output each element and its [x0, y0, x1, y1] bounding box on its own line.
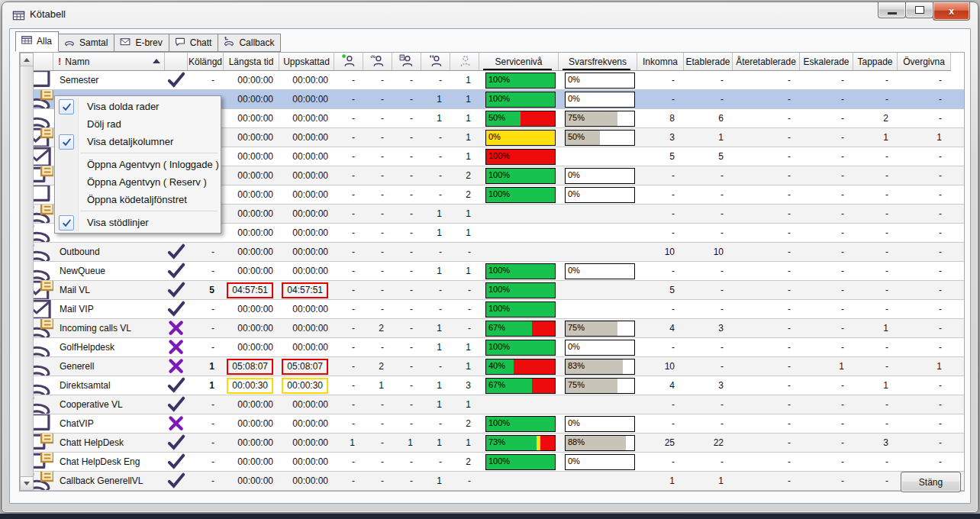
queue-row-mail-vl[interactable]: Mail VL504:57:5104:57:51-----100%5-----: [20, 281, 964, 300]
tab-e-brev[interactable]: E-brev: [114, 34, 169, 52]
note-addon: [41, 90, 53, 99]
answer-rate-cell: 0%: [559, 185, 637, 204]
queue-row-mail-vip[interactable]: Mail VIP-00:00:0000:00:00-----100%------: [20, 300, 964, 319]
queue-row-callback-generellvl[interactable]: Callback GenerellVL-00:00:0000:00:00---1…: [20, 472, 964, 491]
queue-row-newqueue[interactable]: NewQueue-00:00:0000:00:00---11100%0%----…: [20, 262, 964, 281]
column-person-available[interactable]: [334, 53, 363, 70]
time-alert-box: 04:57:51: [282, 282, 328, 298]
column-person-wrapup[interactable]: [392, 53, 421, 70]
stat-inkomna: 8: [637, 109, 684, 127]
stat-tappade: -: [853, 90, 898, 108]
answer-rate-cell: 88%: [559, 434, 637, 452]
titlebar[interactable]: Kötabell x: [2, 2, 978, 27]
column-etablerade[interactable]: Etablerade: [684, 53, 733, 70]
service-level-bar: 73%: [485, 435, 556, 451]
column-langsta-tid[interactable]: Längsta tid: [224, 53, 279, 70]
time-alert-box: 04:57:51: [227, 282, 273, 298]
menu-item-visa-detaljkolumner[interactable]: Visa detaljkolumner: [55, 133, 221, 150]
tab-chatt[interactable]: Chatt: [169, 34, 219, 52]
close-window-button[interactable]: x: [933, 2, 970, 21]
agent-count-5: 1: [450, 434, 479, 452]
stat-ateretablerade: -: [733, 319, 800, 337]
agent-count-1: -: [334, 281, 363, 299]
queue-name: Mail VL: [53, 281, 165, 299]
answer-rate-cell: 50%: [559, 128, 637, 147]
check-icon: [165, 281, 188, 299]
stat-overgivna: -: [898, 185, 951, 204]
stat-eskalerade: -: [800, 71, 853, 89]
agent-count-1: -: [334, 109, 363, 127]
service-level-cell: [479, 205, 559, 223]
queue-row-chatt-helpdesk[interactable]: Chatt HelpDesk-00:00:0000:00:001-11173%8…: [20, 434, 964, 453]
agent-count-1: -: [334, 338, 363, 356]
stat-eskalerade: -: [800, 128, 853, 147]
close-dialog-button[interactable]: Stäng: [901, 472, 961, 492]
stat-tappade: -: [853, 300, 898, 318]
agent-count-3: -: [392, 262, 421, 280]
column-label: Namn: [65, 56, 89, 67]
agent-count-2: -: [363, 205, 392, 223]
stat-overgivna: -: [898, 224, 951, 242]
column-återetablerade[interactable]: Återetablerade: [733, 53, 800, 70]
scroll-down-button[interactable]: [20, 476, 34, 491]
column-kolangd[interactable]: Kölängd: [188, 53, 224, 70]
column-eskalerade[interactable]: Eskalerade: [800, 53, 853, 70]
queue-length: 1: [188, 376, 224, 395]
stat-inkomna: 3: [637, 128, 684, 147]
scrollbar-thumb[interactable]: [20, 66, 34, 478]
column-svarsfrekvens[interactable]: Svarsfrekvens: [559, 53, 637, 70]
menu-item-öppna-agentvyn-reserv[interactable]: Öppna Agentvyn ( Reserv ): [55, 173, 221, 191]
column-servicelevel[interactable]: Servicenivå: [479, 53, 559, 70]
queue-row-direktsamtal[interactable]: Direktsamtal100:00:3000:00:30-1-1367%75%…: [20, 376, 964, 395]
column-check[interactable]: [165, 53, 188, 70]
menu-item-öppna-agentvyn-inloggade[interactable]: Öppna Agentvyn ( Inloggade ): [55, 156, 221, 173]
menu-item-dölj-rad[interactable]: Dölj rad: [55, 115, 221, 133]
tab-alla[interactable]: Alla: [15, 31, 59, 52]
answer-rate-value: 83%: [568, 361, 585, 370]
stat-overgivna: -: [898, 90, 951, 108]
column-namn[interactable]: !Namn: [53, 53, 165, 70]
stat-overgivna: 1: [898, 128, 951, 147]
tab-samtal[interactable]: Samtal: [58, 34, 114, 52]
cross-icon: [165, 414, 188, 433]
queue-row-chatvip[interactable]: ChatVIP-00:00:0000:00:00----2100%0%-----…: [20, 414, 964, 434]
queue-row-golfhelpdesk[interactable]: GolfHelpdesk-00:00:0000:00:00---11100%0%…: [20, 338, 964, 357]
column-övergivna[interactable]: Övergivna: [898, 53, 951, 70]
queue-row-generell[interactable]: Generell105:08:0705:08:07-2--140%83%10--…: [20, 357, 964, 376]
queue-row-chat-helpdesk-eng[interactable]: Chat HelpDesk Eng-00:00:0000:00:00----21…: [20, 453, 964, 472]
column-person-reserved[interactable]: [450, 53, 479, 70]
answer-rate-bar: 0%: [565, 168, 635, 184]
stat-eskalerade: -: [800, 453, 853, 471]
menu-item-visa-stödlinjer[interactable]: Visa stödlinjer: [55, 214, 221, 231]
restore-button[interactable]: [905, 2, 933, 18]
minimize-button[interactable]: [878, 2, 906, 18]
agent-count-4: 1: [421, 434, 450, 452]
column-inkomna[interactable]: Inkomna: [637, 53, 684, 70]
queue-name: GolfHelpdesk: [53, 338, 165, 356]
menu-item-label: Visa dolda rader: [87, 101, 159, 112]
column-person-quote[interactable]: [421, 53, 450, 70]
queue-name: Chatt HelpDesk: [53, 434, 165, 452]
service-level-cell: [479, 243, 559, 261]
stat-tappade: -: [853, 166, 898, 185]
queue-row-semester[interactable]: Semester-00:00:0000:00:00----1100%0%----…: [20, 71, 964, 90]
menu-item-visa-dolda-rader[interactable]: Visa dolda rader: [55, 98, 221, 115]
longest-time: 00:00:00: [224, 319, 279, 337]
column-label: Längsta tid: [229, 56, 274, 67]
queue-row-cooperative-vl[interactable]: Cooperative VL-00:00:0000:00:00---11----…: [20, 395, 964, 414]
service-level-cell: [479, 395, 559, 414]
menu-item-öppna-ködetaljfönstret[interactable]: Öppna ködetaljfönstret: [55, 191, 221, 208]
agent-count-5: 2: [450, 185, 479, 204]
queue-row-incoming-calls-vl[interactable]: Incoming calls VL-00:00:0000:00:00-2-1-6…: [20, 319, 964, 338]
column-tappade[interactable]: Tappade: [853, 53, 898, 70]
column-uppskattad[interactable]: Uppskattad: [279, 53, 334, 70]
service-level-cell: [479, 472, 559, 490]
tab-label: E-brev: [135, 37, 162, 48]
column-person-on-call[interactable]: [363, 53, 392, 70]
stat-inkomna: -: [637, 453, 684, 471]
tab-callback[interactable]: Callback: [218, 34, 281, 52]
queue-row-outbound[interactable]: Outbound-00:00:0000:00:00-----1010----: [20, 243, 964, 262]
agent-count-4: -: [421, 166, 450, 185]
service-level-cell: 100%: [479, 338, 559, 356]
stat-inkomna: -: [637, 262, 684, 280]
